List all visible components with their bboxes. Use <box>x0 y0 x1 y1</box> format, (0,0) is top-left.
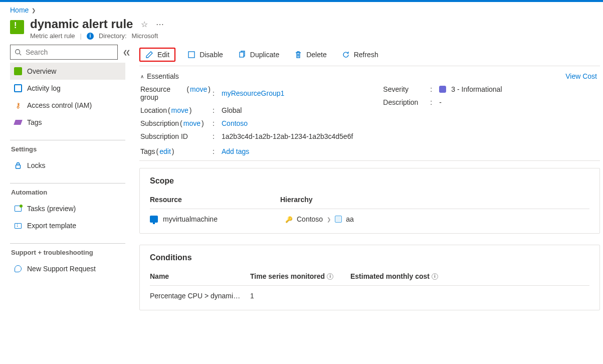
nav-access-control[interactable]: Access control (IAM) <box>10 97 125 114</box>
directory-label: Directory: <box>99 32 127 40</box>
ess-label-subscription: Subscription (move) <box>140 119 211 127</box>
edit-button[interactable]: Edit <box>139 48 175 62</box>
nav-activity-log[interactable]: Activity log <box>10 80 125 97</box>
tasks-icon <box>15 206 22 212</box>
svg-line-1 <box>20 54 22 56</box>
essentials-toggle[interactable]: ∧ Essentials <box>140 72 179 80</box>
page-title: dynamic alert rule <box>30 17 133 31</box>
severity-value: 3 - Informational <box>451 85 502 93</box>
svg-rect-3 <box>188 52 194 58</box>
nav-label: New Support Request <box>27 265 96 273</box>
info-icon[interactable]: i <box>432 273 438 280</box>
tags-icon <box>14 120 23 125</box>
ess-label-tags: Tags (edit) <box>140 147 211 155</box>
sidebar-search[interactable] <box>10 45 118 60</box>
view-cost-link[interactable]: View Cost <box>565 72 597 80</box>
nav-new-support-request[interactable]: New Support Request <box>10 260 125 277</box>
info-icon[interactable]: i <box>327 273 333 280</box>
pencil-icon <box>145 51 153 59</box>
edit-tags-link[interactable]: edit <box>159 147 171 155</box>
search-input[interactable] <box>26 48 113 56</box>
disable-button[interactable]: Disable <box>184 49 226 61</box>
cond-col-ts: Time series monitored <box>250 272 325 280</box>
nav-label: Tasks (preview) <box>27 205 76 213</box>
ess-label-location: Location (move) <box>140 106 211 114</box>
page-header: dynamic alert rule ☆ ⋯ Metric alert rule… <box>0 14 603 45</box>
btn-label: Refresh <box>354 51 378 59</box>
nav-locks[interactable]: Locks <box>10 157 125 174</box>
collapse-sidebar-icon[interactable]: ❮❮ <box>123 49 129 56</box>
subscription-id-value: 1a2b3c4d-1a2b-12ab-1234-1a2b3c4d5e6f <box>222 132 353 140</box>
nav-label: Tags <box>27 118 42 126</box>
more-actions-icon[interactable]: ⋯ <box>156 20 164 29</box>
favorite-star-icon[interactable]: ☆ <box>141 20 148 29</box>
lock-icon <box>14 161 22 169</box>
add-tags-link[interactable]: Add tags <box>222 147 249 155</box>
scope-row: myvirtualmachine Contoso ❯ aa <box>150 209 589 223</box>
info-icon[interactable]: i <box>87 33 94 40</box>
chevron-right-icon: ❯ <box>32 8 36 13</box>
cond-col-name: Name <box>150 272 250 280</box>
move-rg-link[interactable]: move <box>190 85 207 101</box>
subscription-value[interactable]: Contoso <box>222 119 248 127</box>
nav-label: Overview <box>27 67 56 75</box>
scope-title: Scope <box>150 176 589 186</box>
hierarchy-leaf: aa <box>346 215 354 223</box>
export-icon <box>15 223 22 229</box>
support-icon <box>15 265 22 272</box>
key-icon <box>285 215 293 223</box>
duplicate-button[interactable]: Duplicate <box>235 49 282 61</box>
activity-log-icon <box>14 84 22 92</box>
move-location-link[interactable]: move <box>171 106 188 114</box>
resource-group-value[interactable]: myResourceGroup1 <box>222 89 284 97</box>
breadcrumb: Home ❯ <box>0 2 603 14</box>
nav-section-automation: Automation <box>10 183 125 196</box>
nav-label: Locks <box>27 161 46 169</box>
btn-label: Disable <box>199 51 223 59</box>
alert-rule-icon <box>10 20 24 34</box>
scope-resource-name: myvirtualmachine <box>163 215 218 223</box>
condition-ts-value: 1 <box>250 292 350 300</box>
main-content: Edit Disable Duplicate Delete Refresh ∧ <box>130 45 603 336</box>
nav-section-support: Support + troubleshooting <box>10 243 125 256</box>
conditions-title: Conditions <box>150 253 589 262</box>
ess-label-severity: Severity <box>383 85 428 93</box>
scope-card: Scope Resource Hierarchy myvirtualmachin… <box>139 168 600 234</box>
refresh-button[interactable]: Refresh <box>339 49 381 61</box>
hierarchy-root: Contoso <box>297 215 323 223</box>
ess-label-rg: Resource group (move) <box>140 85 211 101</box>
move-subscription-link[interactable]: move <box>183 119 200 127</box>
nav-label: Export template <box>27 222 76 230</box>
nav-section-settings: Settings <box>10 140 125 153</box>
separator: | <box>80 32 82 40</box>
nav-tags[interactable]: Tags <box>10 114 125 131</box>
resource-type-label: Metric alert rule <box>30 32 75 40</box>
scope-col-resource: Resource <box>150 196 280 204</box>
breadcrumb-home[interactable]: Home <box>10 6 29 14</box>
nav-tasks[interactable]: Tasks (preview) <box>10 200 125 217</box>
nav-label: Activity log <box>27 84 61 92</box>
vm-icon <box>150 216 158 223</box>
search-icon <box>15 49 22 56</box>
overview-icon <box>14 67 22 75</box>
directory-value: Microsoft <box>132 32 158 40</box>
condition-row: Percentage CPU > dynami… 1 <box>150 286 589 300</box>
command-bar: Edit Disable Duplicate Delete Refresh <box>139 45 600 66</box>
svg-point-0 <box>16 50 20 54</box>
trash-icon <box>294 51 302 59</box>
svg-rect-4 <box>240 52 244 57</box>
ess-label-description: Description <box>383 98 428 106</box>
delete-button[interactable]: Delete <box>291 49 329 61</box>
essentials-title: Essentials <box>147 72 179 80</box>
nav-export-template[interactable]: Export template <box>10 217 125 234</box>
nav-label: Access control (IAM) <box>27 101 92 109</box>
btn-label: Duplicate <box>250 51 279 59</box>
nav-overview[interactable]: Overview <box>10 63 125 80</box>
essentials-panel: Resource group (move) : myResourceGroup1… <box>139 85 600 140</box>
scope-col-hierarchy: Hierarchy <box>280 196 589 204</box>
conditions-card: Conditions Name Time series monitored i … <box>139 245 600 310</box>
btn-label: Delete <box>306 51 326 59</box>
severity-color-icon <box>439 86 446 93</box>
disable-icon <box>187 51 195 59</box>
duplicate-icon <box>238 51 246 59</box>
